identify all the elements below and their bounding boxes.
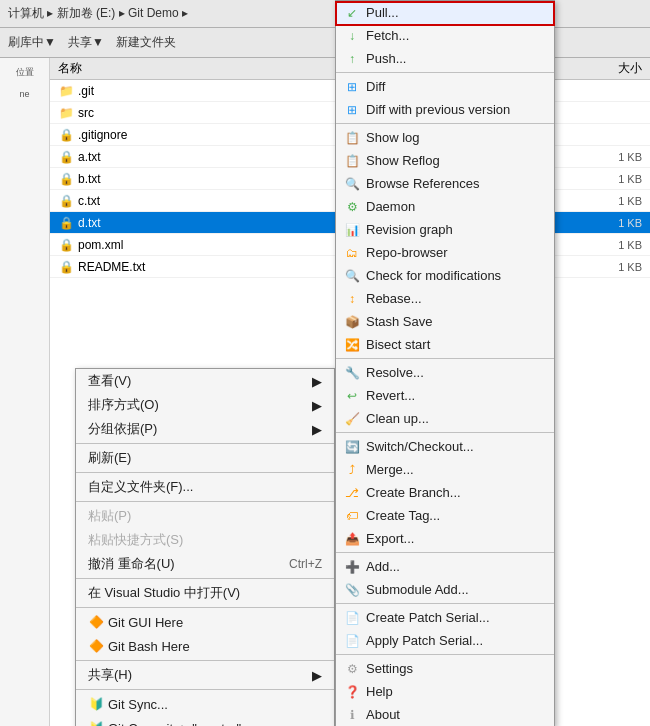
toolbar-new-folder[interactable]: 新建文件夹 [116, 34, 176, 51]
ctx-right-diff-prev[interactable]: ⊞ Diff with previous version [336, 98, 554, 121]
ctx-right-daemon[interactable]: ⚙ Daemon [336, 195, 554, 218]
ctx-right-sep-5 [336, 552, 554, 553]
git-file-icon: 🔒 [58, 127, 74, 143]
ctx-right-create-branch[interactable]: ⎇ Create Branch... [336, 481, 554, 504]
bisect-icon: 🔀 [344, 337, 360, 353]
ctx-right-cleanup-label: Clean up... [366, 411, 429, 426]
toolbar-share[interactable]: 共享▼ [68, 34, 104, 51]
ctx-right-rebase-label: Rebase... [366, 291, 422, 306]
ctx-git-gui[interactable]: 🔶 Git GUI Here [76, 610, 334, 634]
sidebar: 位置 ne [0, 58, 50, 726]
ctx-right-create-patch[interactable]: 📄 Create Patch Serial... [336, 606, 554, 629]
ctx-sort-arrow: ▶ [312, 398, 322, 413]
ctx-view[interactable]: 查看(V) ▶ [76, 369, 334, 393]
ctx-undo-rename-label: 撤消 重命名(U) [88, 555, 175, 573]
ctx-right-switch[interactable]: 🔄 Switch/Checkout... [336, 435, 554, 458]
git-gui-icon: 🔶 [88, 614, 104, 630]
ctx-view-arrow: ▶ [312, 374, 322, 389]
ctx-sort[interactable]: 排序方式(O) ▶ [76, 393, 334, 417]
ctx-right-push[interactable]: ↑ Push... [336, 47, 554, 70]
ctx-right-resolve[interactable]: 🔧 Resolve... [336, 361, 554, 384]
ctx-right-pull-label: Pull... [366, 5, 399, 20]
ctx-right-revert[interactable]: ↩ Revert... [336, 384, 554, 407]
ctx-git-bash[interactable]: 🔶 Git Bash Here [76, 634, 334, 658]
ctx-separator-7 [76, 689, 334, 690]
col-header-size: 大小 [582, 60, 642, 77]
ctx-right-submodule-add-label: Submodule Add... [366, 582, 469, 597]
apply-patch-icon: 📄 [344, 633, 360, 649]
ctx-right-fetch[interactable]: ↓ Fetch... [336, 24, 554, 47]
folder-icon: 📁 [58, 83, 74, 99]
ctx-right-browse-refs[interactable]: 🔍 Browse References [336, 172, 554, 195]
ctx-git-commit[interactable]: 🔰 Git Commit -> "master"... [76, 716, 334, 726]
ctx-paste-shortcut-label: 粘贴快捷方式(S) [88, 531, 183, 549]
ctx-right-diff[interactable]: ⊞ Diff [336, 75, 554, 98]
git-file-icon: 🔒 [58, 215, 74, 231]
ctx-right-rebase[interactable]: ↕ Rebase... [336, 287, 554, 310]
ctx-undo-rename[interactable]: 撤消 重命名(U) Ctrl+Z [76, 552, 334, 576]
ctx-right-submodule-add[interactable]: 📎 Submodule Add... [336, 578, 554, 601]
git-commit-icon: 🔰 [88, 720, 104, 726]
ctx-right-stash[interactable]: 📦 Stash Save [336, 310, 554, 333]
ctx-right-sep-4 [336, 432, 554, 433]
ctx-paste-shortcut: 粘贴快捷方式(S) [76, 528, 334, 552]
ctx-right-stash-label: Stash Save [366, 314, 433, 329]
pull-icon: ↙ [344, 5, 360, 21]
ctx-vs-open[interactable]: 在 Visual Studio 中打开(V) [76, 581, 334, 605]
sidebar-item-location[interactable]: 位置 [4, 62, 45, 83]
ctx-right-diff-prev-label: Diff with previous version [366, 102, 510, 117]
ctx-right-push-label: Push... [366, 51, 406, 66]
ctx-right-repo-browser-label: Repo-browser [366, 245, 448, 260]
add-icon: ➕ [344, 559, 360, 575]
ctx-vs-open-label: 在 Visual Studio 中打开(V) [88, 584, 240, 602]
create-branch-icon: ⎇ [344, 485, 360, 501]
ctx-right-merge-label: Merge... [366, 462, 414, 477]
about-icon: ℹ [344, 707, 360, 723]
ctx-right-revision-label: Revision graph [366, 222, 453, 237]
ctx-right-export[interactable]: 📤 Export... [336, 527, 554, 550]
ctx-right-create-tag[interactable]: 🏷 Create Tag... [336, 504, 554, 527]
sidebar-item-ne[interactable]: ne [4, 85, 45, 103]
ctx-right-repo-browser[interactable]: 🗂 Repo-browser [336, 241, 554, 264]
showlog-icon: 📋 [344, 130, 360, 146]
address-path: 计算机 ▸ 新加卷 (E:) ▸ Git Demo ▸ [8, 5, 188, 22]
ctx-right-create-patch-label: Create Patch Serial... [366, 610, 490, 625]
ctx-right-check-mods[interactable]: 🔍 Check for modifications [336, 264, 554, 287]
ctx-paste: 粘贴(P) [76, 504, 334, 528]
ctx-right-sep-3 [336, 358, 554, 359]
ctx-paste-label: 粘贴(P) [88, 507, 131, 525]
ctx-share[interactable]: 共享(H) ▶ [76, 663, 334, 687]
diff-prev-icon: ⊞ [344, 102, 360, 118]
ctx-right-revision[interactable]: 📊 Revision graph [336, 218, 554, 241]
ctx-right-fetch-label: Fetch... [366, 28, 409, 43]
ctx-right-reflog[interactable]: 📋 Show Reflog [336, 149, 554, 172]
ctx-right-cleanup[interactable]: 🧹 Clean up... [336, 407, 554, 430]
check-mods-icon: 🔍 [344, 268, 360, 284]
ctx-right-check-mods-label: Check for modifications [366, 268, 501, 283]
ctx-git-sync[interactable]: 🔰 Git Sync... [76, 692, 334, 716]
ctx-group[interactable]: 分组依据(P) ▶ [76, 417, 334, 441]
ctx-right-help[interactable]: ❓ Help [336, 680, 554, 703]
ctx-right-bisect[interactable]: 🔀 Bisect start [336, 333, 554, 356]
ctx-view-label: 查看(V) [88, 372, 131, 390]
git-file-icon: 🔒 [58, 237, 74, 253]
revert-icon: ↩ [344, 388, 360, 404]
ctx-right-about[interactable]: ℹ About [336, 703, 554, 726]
ctx-right-showlog[interactable]: 📋 Show log [336, 126, 554, 149]
ctx-right-apply-patch[interactable]: 📄 Apply Patch Serial... [336, 629, 554, 652]
ctx-right-settings[interactable]: ⚙ Settings [336, 657, 554, 680]
ctx-git-gui-label: Git GUI Here [108, 615, 183, 630]
ctx-refresh[interactable]: 刷新(E) [76, 446, 334, 470]
repo-browser-icon: 🗂 [344, 245, 360, 261]
rebase-icon: ↕ [344, 291, 360, 307]
git-file-icon: 🔒 [58, 149, 74, 165]
ctx-right-merge[interactable]: ⤴ Merge... [336, 458, 554, 481]
export-icon: 📤 [344, 531, 360, 547]
ctx-git-bash-label: Git Bash Here [108, 639, 190, 654]
ctx-right-add[interactable]: ➕ Add... [336, 555, 554, 578]
ctx-right-pull[interactable]: ↙ Pull... [336, 1, 554, 24]
ctx-customize[interactable]: 自定义文件夹(F)... [76, 475, 334, 499]
ctx-right-apply-patch-label: Apply Patch Serial... [366, 633, 483, 648]
toolbar-library[interactable]: 刷库中▼ [8, 34, 56, 51]
ctx-share-label: 共享(H) [88, 666, 132, 684]
